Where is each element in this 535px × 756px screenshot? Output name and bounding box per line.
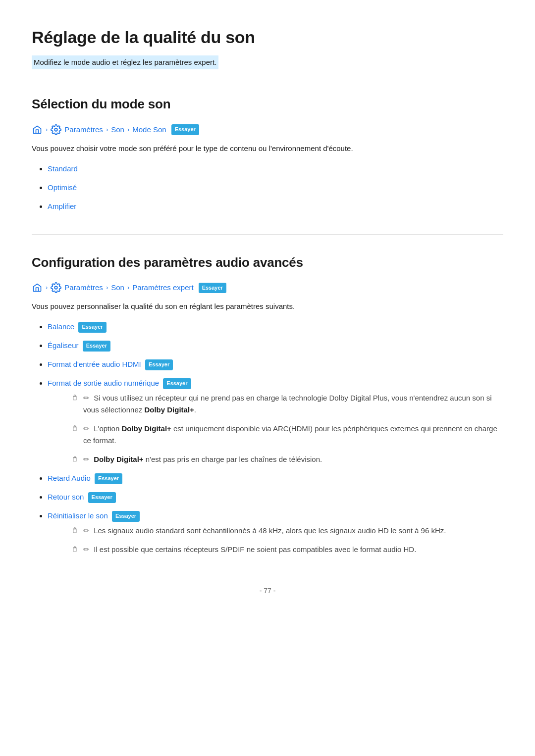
link-retour-son[interactable]: Retour son <box>48 493 84 501</box>
list-item-amplifier: Amplifier <box>48 201 503 212</box>
essayer-badge-format-sortie[interactable]: Essayer <box>163 378 191 389</box>
chevron-icon-3: › <box>127 125 129 135</box>
page-footer: - 77 - <box>32 585 503 596</box>
link-optimise[interactable]: Optimisé <box>48 183 77 192</box>
link-format-sortie-numerique[interactable]: Format de sortie audio numérique <box>48 379 159 387</box>
list-item-egaliseur: Égaliseur Essayer <box>48 340 503 352</box>
section-divider <box>32 234 503 235</box>
list-item-format-entree-hdmi: Format d'entrée audio HDMI Essayer <box>48 358 503 370</box>
pencil-icon-2: ✏ <box>83 424 90 433</box>
notes-format-sortie: ✏ Si vous utilisez un récepteur qui ne p… <box>48 392 503 465</box>
note-format-sortie-2: ✏ L'option Dolby Digital+ est uniquement… <box>71 423 503 447</box>
chevron-icon-5: › <box>106 283 108 293</box>
chevron-icon-4: › <box>46 283 48 293</box>
essayer-badge-balance[interactable]: Essayer <box>78 322 106 333</box>
essayer-badge-2[interactable]: Essayer <box>199 283 226 294</box>
breadcrumb-settings-2[interactable]: Paramètres <box>64 282 103 294</box>
breadcrumb-settings-1[interactable]: Paramètres <box>64 124 103 136</box>
pencil-icon-4: ✏ <box>83 526 90 535</box>
essayer-badge-1[interactable]: Essayer <box>171 124 199 135</box>
breadcrumb-mode-son[interactable]: Mode Son <box>132 124 166 136</box>
home-icon-2 <box>32 282 43 293</box>
section-config-params-avances: Configuration des paramètres audio avanc… <box>32 252 503 555</box>
note-reinit-1: ✏ Les signaux audio standard sont échant… <box>71 525 503 537</box>
list-item-optimise: Optimisé <box>48 182 503 194</box>
svg-point-1 <box>55 287 58 290</box>
settings-icon-1 <box>51 124 61 135</box>
breadcrumb-son-2[interactable]: Son <box>111 282 124 294</box>
settings-icon-2 <box>51 282 61 293</box>
link-retard-audio[interactable]: Retard Audio <box>48 474 91 482</box>
section1-description: Vous pouvez choisir votre mode son préfé… <box>32 143 503 155</box>
list-item-reinitialiser-son: Réinitialiser le son Essayer ✏ Les signa… <box>48 510 503 555</box>
essayer-badge-egaliseur[interactable]: Essayer <box>83 341 110 352</box>
list-item-retour-son: Retour son Essayer <box>48 491 503 503</box>
section2-title: Configuration des paramètres audio avanc… <box>32 252 503 273</box>
page-subtitle: Modifiez le mode audio et réglez les par… <box>32 55 218 69</box>
home-icon <box>32 124 43 135</box>
list-item-retard-audio: Retard Audio Essayer <box>48 472 503 484</box>
pencil-icon-5: ✏ <box>83 545 90 554</box>
breadcrumb-son-1[interactable]: Son <box>111 124 124 136</box>
essayer-badge-reinitialiser-son[interactable]: Essayer <box>112 511 140 522</box>
section2-list: Balance Essayer Égaliseur Essayer Format… <box>32 321 503 555</box>
section1-breadcrumb: › Paramètres › Son › Mode Son Essayer <box>32 124 503 136</box>
link-reinitialiser-son[interactable]: Réinitialiser le son <box>48 511 108 520</box>
essayer-badge-format-entree[interactable]: Essayer <box>145 359 173 370</box>
list-item-standard: Standard <box>48 163 503 175</box>
essayer-badge-retard-audio[interactable]: Essayer <box>95 473 122 484</box>
link-standard[interactable]: Standard <box>48 164 78 173</box>
link-egaliseur[interactable]: Égaliseur <box>48 341 79 350</box>
chevron-icon-2: › <box>106 125 108 135</box>
essayer-badge-retour-son[interactable]: Essayer <box>88 492 116 503</box>
note-format-sortie-3: ✏ Dolby Digital+ n'est pas pris en charg… <box>71 454 503 465</box>
link-balance[interactable]: Balance <box>48 322 74 331</box>
link-amplifier[interactable]: Amplifier <box>48 202 76 210</box>
section-selection-mode-son: Sélection du mode son › Paramètres › Son… <box>32 94 503 212</box>
link-format-entree-hdmi[interactable]: Format d'entrée audio HDMI <box>48 360 141 368</box>
pencil-icon-1: ✏ <box>83 394 90 402</box>
page-title: Réglage de la qualité du son <box>32 24 503 50</box>
notes-reinitialiser-son: ✏ Les signaux audio standard sont échant… <box>48 525 503 555</box>
svg-point-0 <box>55 128 58 131</box>
note-format-sortie-1: ✏ Si vous utilisez un récepteur qui ne p… <box>71 392 503 416</box>
pencil-icon-3: ✏ <box>83 455 90 463</box>
note-reinit-2: ✏ Il est possible que certains récepteur… <box>71 544 503 555</box>
section2-description: Vous pouvez personnaliser la qualité du … <box>32 301 503 313</box>
section2-breadcrumb: › Paramètres › Son › Paramètres expert E… <box>32 282 503 294</box>
section1-list: Standard Optimisé Amplifier <box>32 163 503 212</box>
section1-title: Sélection du mode son <box>32 94 503 115</box>
chevron-icon-1: › <box>46 125 48 135</box>
list-item-balance: Balance Essayer <box>48 321 503 333</box>
list-item-format-sortie-numerique: Format de sortie audio numérique Essayer… <box>48 377 503 465</box>
breadcrumb-params-expert[interactable]: Paramètres expert <box>132 282 193 294</box>
chevron-icon-6: › <box>127 283 129 293</box>
